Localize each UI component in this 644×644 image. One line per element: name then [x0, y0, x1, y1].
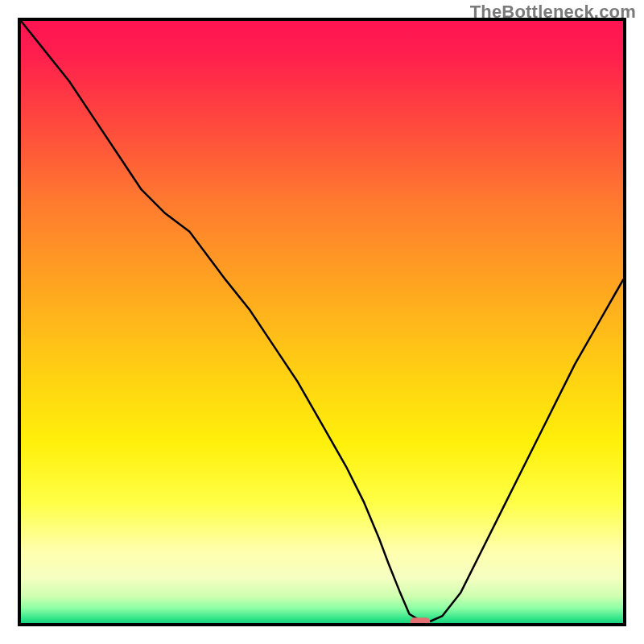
chart-svg — [0, 0, 644, 644]
watermark-text: TheBottleneck.com — [470, 2, 636, 23]
bottleneck-chart: TheBottleneck.com — [0, 0, 644, 644]
plot-background — [21, 21, 623, 623]
